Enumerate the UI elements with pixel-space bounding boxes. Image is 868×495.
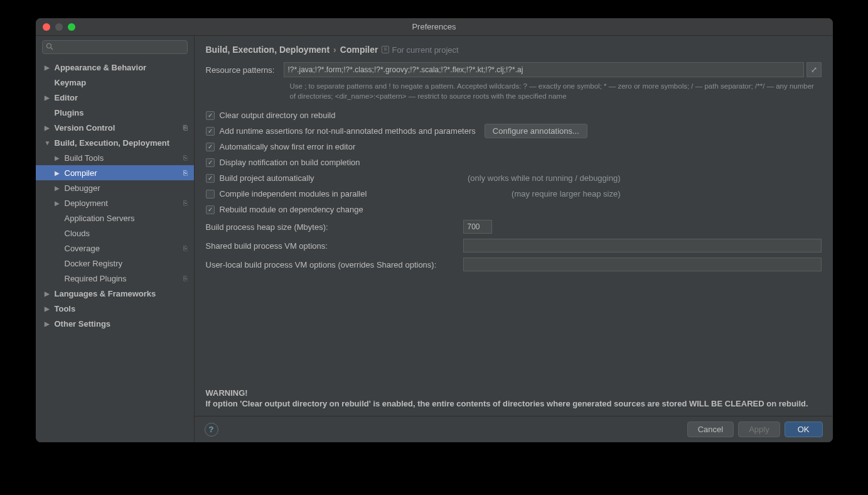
- tree-item-label: Compiler: [65, 168, 97, 178]
- warning-heading: WARNING!: [206, 388, 822, 399]
- tree-expander-icon[interactable]: ▶: [45, 64, 52, 71]
- tree-item-label: Docker Registry: [65, 259, 122, 268]
- auto-build-note: (only works while not running / debuggin…: [468, 173, 621, 183]
- tree-expander-icon[interactable]: ▼: [45, 139, 52, 146]
- local-vm-input[interactable]: [463, 258, 822, 271]
- auto-show-error-label[interactable]: Automatically show first error in editor: [220, 142, 356, 151]
- cancel-button[interactable]: Cancel: [687, 422, 734, 437]
- parallel-compile-checkbox[interactable]: [206, 190, 215, 199]
- parallel-compile-label[interactable]: Compile independent modules in parallel: [220, 189, 367, 199]
- clear-output-row: Clear output directory on rebuild: [206, 107, 822, 123]
- project-scope-icon: ⎘: [183, 199, 188, 207]
- display-notification-label[interactable]: Display notification on build completion: [220, 158, 360, 167]
- heap-size-input[interactable]: [463, 220, 492, 234]
- tree-item-label: Languages & Frameworks: [55, 289, 156, 298]
- rebuild-dependency-checkbox[interactable]: [206, 205, 215, 214]
- tree-item-label: Debugger: [65, 183, 100, 193]
- tree-expander-icon[interactable]: ▶: [45, 305, 52, 312]
- resource-patterns-label: Resource patterns:: [206, 65, 284, 75]
- warning-text: WARNING! If option 'Clear output directo…: [206, 388, 822, 410]
- heap-size-label: Build process heap size (Mbytes):: [206, 222, 457, 232]
- parallel-compile-row: Compile independent modules in parallel …: [206, 186, 822, 202]
- minimize-window-icon[interactable]: [55, 23, 63, 31]
- tree-expander-icon[interactable]: ▶: [45, 290, 52, 297]
- sidebar: ▶Appearance & BehaviorKeymap▶EditorPlugi…: [36, 36, 195, 442]
- help-icon: ?: [209, 425, 214, 434]
- help-button[interactable]: ?: [205, 423, 218, 437]
- scope-label: ⎘ For current project: [382, 45, 458, 55]
- tree-item-compiler[interactable]: ▶Compiler⎘: [36, 165, 194, 180]
- project-scope-icon: ⎘: [183, 275, 188, 282]
- clear-output-checkbox[interactable]: [206, 111, 215, 120]
- tree-item-plugins[interactable]: Plugins: [36, 105, 194, 120]
- tree-expander-icon[interactable]: ▶: [55, 170, 62, 177]
- tree-item-deployment[interactable]: ▶Deployment⎘: [36, 195, 194, 210]
- rebuild-dependency-label[interactable]: Rebuild module on dependency change: [220, 205, 363, 214]
- tree-item-build-tools[interactable]: ▶Build Tools⎘: [36, 150, 194, 165]
- sidebar-search-wrap: [36, 36, 194, 58]
- tree-item-keymap[interactable]: Keymap: [36, 75, 194, 90]
- svg-point-0: [46, 44, 51, 48]
- auto-show-error-checkbox[interactable]: [206, 143, 215, 151]
- configure-annotations-button[interactable]: Configure annotations...: [485, 124, 587, 138]
- tree-item-other-settings[interactable]: ▶Other Settings: [36, 316, 194, 331]
- parallel-compile-note: (may require larger heap size): [512, 189, 620, 199]
- display-notification-row: Display notification on build completion: [206, 155, 822, 170]
- shared-vm-label: Shared build process VM options:: [206, 241, 457, 251]
- traffic-lights: [43, 23, 75, 31]
- tree-item-version-control[interactable]: ▶Version Control⎘: [36, 120, 194, 135]
- ok-button[interactable]: OK: [785, 422, 823, 437]
- local-vm-label: User-local build process VM options (ove…: [206, 260, 457, 269]
- auto-build-row: Build project automatically (only works …: [206, 170, 822, 186]
- auto-build-checkbox[interactable]: [206, 174, 215, 183]
- apply-button[interactable]: Apply: [738, 422, 780, 437]
- tree-expander-icon[interactable]: ▶: [55, 185, 62, 192]
- auto-build-label[interactable]: Build project automatically: [220, 173, 314, 183]
- close-window-icon[interactable]: [43, 23, 50, 31]
- tree-item-languages-frameworks[interactable]: ▶Languages & Frameworks: [36, 286, 194, 301]
- tree-item-docker-registry[interactable]: Docker Registry: [36, 256, 194, 271]
- search-icon: [46, 41, 53, 53]
- tree-expander-icon[interactable]: ▶: [55, 155, 62, 161]
- tree-item-label: Editor: [55, 93, 78, 102]
- tree-item-build-execution-deployment[interactable]: ▼Build, Execution, Deployment: [36, 135, 194, 150]
- tree-item-appearance-behavior[interactable]: ▶Appearance & Behavior: [36, 60, 194, 75]
- sidebar-search-input[interactable]: [42, 40, 188, 54]
- tree-expander-icon[interactable]: ▶: [45, 320, 52, 327]
- settings-tree: ▶Appearance & BehaviorKeymap▶EditorPlugi…: [36, 58, 194, 442]
- tree-item-tools[interactable]: ▶Tools: [36, 301, 194, 316]
- shared-vm-input[interactable]: [463, 239, 822, 253]
- shared-vm-row: Shared build process VM options:: [206, 236, 822, 255]
- tree-expander-icon[interactable]: ▶: [55, 200, 62, 207]
- maximize-window-icon[interactable]: [68, 23, 75, 31]
- resource-patterns-input[interactable]: [284, 62, 804, 77]
- tree-item-label: Build Tools: [65, 153, 104, 163]
- breadcrumb-part-1[interactable]: Build, Execution, Deployment: [206, 45, 330, 55]
- tree-expander-icon[interactable]: ▶: [45, 124, 52, 131]
- expand-input-button[interactable]: ⤢: [806, 62, 822, 77]
- tree-item-label: Build, Execution, Deployment: [55, 138, 169, 148]
- project-scope-icon: ⎘: [382, 46, 389, 53]
- runtime-assertions-checkbox[interactable]: [206, 127, 215, 136]
- breadcrumb-part-2[interactable]: Compiler: [340, 45, 378, 55]
- tree-expander-icon[interactable]: ▶: [45, 94, 52, 101]
- title-bar[interactable]: Preferences: [36, 18, 833, 36]
- tree-item-label: Plugins: [55, 108, 84, 117]
- resource-patterns-row: Resource patterns: ⤢: [206, 62, 822, 77]
- tree-item-label: Keymap: [55, 78, 87, 87]
- tree-item-application-servers[interactable]: Application Servers: [36, 210, 194, 226]
- display-notification-checkbox[interactable]: [206, 158, 215, 167]
- runtime-assertions-label[interactable]: Add runtime assertions for not-null-anno…: [220, 126, 476, 136]
- tree-item-required-plugins[interactable]: Required Plugins⎘: [36, 271, 194, 286]
- tree-item-editor[interactable]: ▶Editor: [36, 90, 194, 105]
- local-vm-row: User-local build process VM options (ove…: [206, 255, 822, 274]
- tree-item-coverage[interactable]: Coverage⎘: [36, 241, 194, 256]
- project-scope-icon: ⎘: [183, 169, 188, 177]
- preferences-window: Preferences ▶Appearance & BehaviorKeymap…: [36, 18, 833, 442]
- tree-item-label: Tools: [55, 304, 76, 313]
- tree-item-debugger[interactable]: ▶Debugger: [36, 180, 194, 195]
- expand-icon: ⤢: [811, 65, 817, 74]
- tree-item-label: Application Servers: [65, 214, 135, 223]
- tree-item-clouds[interactable]: Clouds: [36, 226, 194, 241]
- clear-output-label[interactable]: Clear output directory on rebuild: [220, 111, 336, 120]
